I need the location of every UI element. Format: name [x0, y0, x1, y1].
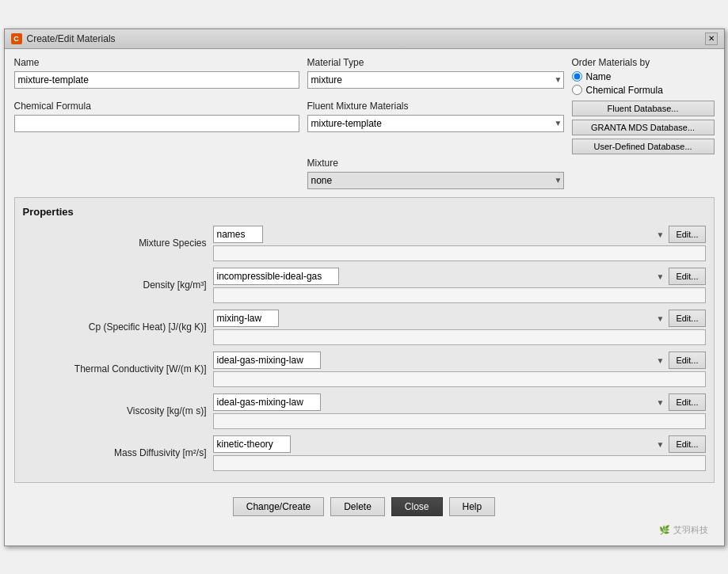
cp-controls: mixing-law ▼ Edit...	[213, 310, 706, 345]
material-type-group: Material Type mixture ▼	[307, 57, 564, 96]
properties-title: Properties	[23, 206, 706, 218]
cp-arrow: ▼	[656, 314, 664, 322]
viscosity-arrow: ▼	[656, 397, 664, 406]
mixture-species-edit-button[interactable]: Edit...	[669, 226, 705, 243]
density-controls: incompressible-ideal-gas ▼ Edit...	[213, 268, 706, 303]
radio-formula-label: Chemical Formula	[586, 85, 663, 96]
mixture-select-wrap: none ▼	[307, 172, 564, 189]
close-window-button[interactable]: ✕	[705, 32, 718, 45]
order-materials-group: Order Materials by Name Chemical Formula	[572, 57, 715, 96]
cp-sub-input[interactable]	[213, 329, 706, 345]
mass-diff-select-row: kinetic-theory ▼ Edit...	[213, 435, 706, 453]
thermal-label: Thermal Conductivity [W/(m K)]	[23, 363, 213, 374]
property-row-mixture-species: Mixture Species names ▼ Edit...	[23, 226, 706, 261]
fluent-mixture-select-wrap: mixture-template ▼	[307, 115, 564, 132]
mass-diff-controls: kinetic-theory ▼ Edit...	[213, 435, 706, 471]
material-type-select-wrap: mixture ▼	[307, 71, 564, 89]
chemical-formula-label: Chemical Formula	[14, 101, 299, 112]
radio-name-item[interactable]: Name	[572, 71, 715, 82]
chemical-formula-input[interactable]	[14, 115, 299, 132]
close-button[interactable]: Close	[391, 497, 443, 516]
viscosity-sub-input[interactable]	[213, 413, 706, 429]
properties-container: Properties Mixture Species names ▼ Edit.…	[14, 197, 715, 483]
change-create-button[interactable]: Change/Create	[233, 497, 324, 516]
cp-select[interactable]: mixing-law	[213, 310, 279, 327]
material-type-label: Material Type	[307, 57, 564, 68]
viscosity-select[interactable]: ideal-gas-mixing-law	[213, 393, 321, 411]
density-arrow: ▼	[656, 272, 664, 280]
order-label: Order Materials by	[572, 57, 715, 68]
cp-select-row: mixing-law ▼ Edit...	[213, 310, 706, 327]
radio-formula[interactable]	[572, 85, 582, 95]
thermal-sub-input[interactable]	[213, 371, 706, 387]
mass-diff-select[interactable]: kinetic-theory	[213, 435, 291, 453]
name-label: Name	[14, 57, 299, 68]
mass-diff-select-wrap: kinetic-theory ▼	[213, 435, 666, 453]
thermal-edit-button[interactable]: Edit...	[669, 352, 705, 369]
thermal-select-wrap: ideal-gas-mixing-law ▼	[213, 352, 666, 369]
order-radio-group: Name Chemical Formula	[572, 71, 715, 96]
name-input[interactable]	[14, 71, 299, 89]
property-row-thermal: Thermal Conductivity [W/(m K)] ideal-gas…	[23, 352, 706, 387]
fluent-mixture-select[interactable]: mixture-template	[307, 115, 564, 132]
watermark: 🌿 艾羽科技	[14, 523, 715, 538]
watermark-icon: 🌿	[659, 525, 670, 534]
mixture-species-label: Mixture Species	[23, 238, 213, 249]
thermal-arrow: ▼	[656, 355, 664, 364]
cp-edit-button[interactable]: Edit...	[669, 310, 705, 327]
property-row-cp: Cp (Specific Heat) [J/(kg K)] mixing-law…	[23, 310, 706, 345]
mixture-species-select-wrap: names ▼	[213, 226, 666, 243]
mixture-species-arrow: ▼	[656, 230, 664, 238]
mixture-species-controls: names ▼ Edit...	[213, 226, 706, 261]
chemical-formula-group: Chemical Formula	[14, 101, 299, 154]
watermark-text: 艾羽科技	[673, 525, 708, 534]
viscosity-label: Viscosity [kg/(m s)]	[23, 405, 213, 416]
thermal-select[interactable]: ideal-gas-mixing-law	[213, 352, 321, 369]
mixture-species-sub-input[interactable]	[213, 245, 706, 261]
radio-name[interactable]	[572, 71, 582, 82]
mixture-group: Mixture none ▼	[307, 158, 564, 189]
material-type-select[interactable]: mixture	[307, 71, 564, 89]
title-bar: C Create/Edit Materials ✕	[5, 29, 724, 49]
viscosity-select-wrap: ideal-gas-mixing-law ▼	[213, 393, 666, 411]
property-row-viscosity: Viscosity [kg/(m s)] ideal-gas-mixing-la…	[23, 393, 706, 429]
viscosity-controls: ideal-gas-mixing-law ▼ Edit...	[213, 393, 706, 429]
radio-name-label: Name	[586, 71, 612, 82]
main-window: C Create/Edit Materials ✕ Name Material …	[4, 29, 725, 546]
cp-label: Cp (Specific Heat) [J/(kg K)]	[23, 321, 213, 333]
viscosity-edit-button[interactable]: Edit...	[669, 393, 705, 411]
window-title: Create/Edit Materials	[27, 33, 116, 44]
mixture-select[interactable]: none	[307, 172, 564, 189]
window-icon: C	[11, 33, 22, 44]
mixture-species-select[interactable]: names	[213, 226, 263, 243]
fluent-mixture-label: Fluent Mixture Materials	[307, 101, 564, 112]
density-sub-input[interactable]	[213, 287, 706, 303]
mass-diff-arrow: ▼	[656, 439, 664, 448]
db-buttons-group: Fluent Database... GRANTA MDS Database..…	[572, 101, 715, 154]
viscosity-select-row: ideal-gas-mixing-law ▼ Edit...	[213, 393, 706, 411]
help-button[interactable]: Help	[449, 497, 496, 516]
fluent-db-button[interactable]: Fluent Database...	[572, 101, 715, 116]
radio-formula-item[interactable]: Chemical Formula	[572, 85, 715, 96]
mixture-species-select-row: names ▼ Edit...	[213, 226, 706, 243]
cp-select-wrap: mixing-law ▼	[213, 310, 666, 327]
mass-diff-edit-button[interactable]: Edit...	[669, 435, 705, 453]
thermal-select-row: ideal-gas-mixing-law ▼ Edit...	[213, 352, 706, 369]
density-select-wrap: incompressible-ideal-gas ▼	[213, 268, 666, 285]
density-label: Density [kg/m³]	[23, 279, 213, 291]
footer-buttons: Change/Create Delete Close Help	[14, 491, 715, 523]
granta-db-button[interactable]: GRANTA MDS Database...	[572, 120, 715, 135]
thermal-controls: ideal-gas-mixing-law ▼ Edit...	[213, 352, 706, 387]
name-group: Name	[14, 57, 299, 96]
fluent-mixture-group: Fluent Mixture Materials mixture-templat…	[307, 101, 564, 154]
density-select-row: incompressible-ideal-gas ▼ Edit...	[213, 268, 706, 285]
mass-diff-label: Mass Diffusivity [m²/s]	[23, 447, 213, 458]
density-select[interactable]: incompressible-ideal-gas	[213, 268, 339, 285]
property-row-mass-diff: Mass Diffusivity [m²/s] kinetic-theory ▼…	[23, 435, 706, 471]
property-row-density: Density [kg/m³] incompressible-ideal-gas…	[23, 268, 706, 303]
delete-button[interactable]: Delete	[330, 497, 385, 516]
density-edit-button[interactable]: Edit...	[669, 268, 705, 285]
mixture-label: Mixture	[307, 158, 564, 169]
mass-diff-sub-input[interactable]	[213, 455, 706, 471]
user-db-button[interactable]: User-Defined Database...	[572, 139, 715, 154]
